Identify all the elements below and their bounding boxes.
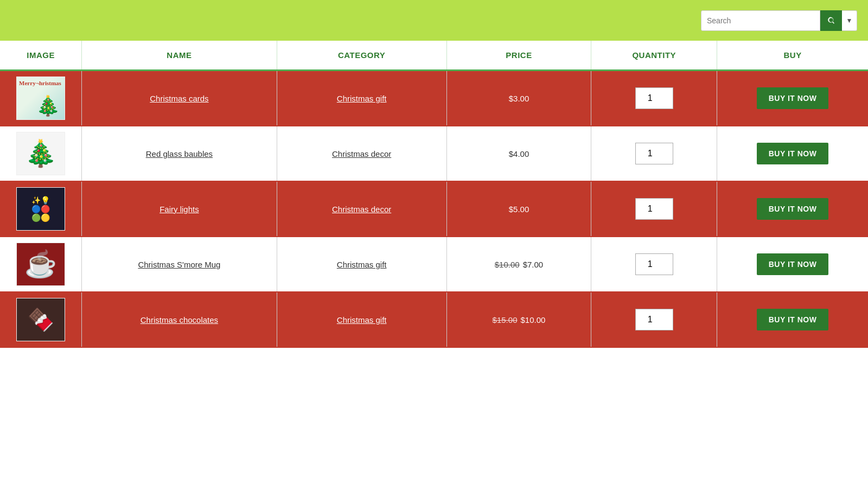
current-price: $7.00 <box>523 260 544 269</box>
current-price: $4.00 <box>509 149 529 158</box>
search-wrapper: ▼ <box>701 10 857 31</box>
search-button[interactable] <box>820 10 842 31</box>
search-dropdown[interactable]: ▼ <box>842 10 857 31</box>
product-name-link[interactable]: Fairy lights <box>159 205 199 214</box>
product-name-cell: Christmas cards <box>82 71 277 126</box>
product-category-cell: Christmas decor <box>277 181 446 237</box>
current-price: $3.00 <box>509 94 529 103</box>
product-price-cell: $5.00 <box>446 181 591 237</box>
current-price: $10.00 <box>520 315 545 324</box>
product-image-cell <box>0 181 82 237</box>
table-row: Christmas S'more MugChristmas gift$10.00… <box>0 237 868 292</box>
product-image-cell <box>0 292 82 347</box>
product-price-cell: $10.00$7.00 <box>446 237 591 292</box>
col-header-price: PRICE <box>446 41 591 71</box>
product-category-cell: Christmas gift <box>277 292 446 347</box>
original-price: $15.00 <box>493 315 518 324</box>
product-buy-cell: BUY IT NOW <box>717 292 868 347</box>
quantity-input[interactable] <box>635 143 673 164</box>
product-image <box>16 298 65 341</box>
product-name-link[interactable]: Christmas chocolates <box>141 315 218 324</box>
product-name-cell: Fairy lights <box>82 181 277 237</box>
quantity-input[interactable] <box>635 198 673 220</box>
product-price-cell: $15.00$10.00 <box>446 292 591 347</box>
product-image <box>16 187 65 231</box>
quantity-input[interactable] <box>635 87 673 109</box>
product-name-link[interactable]: Christmas S'more Mug <box>138 260 220 269</box>
buy-button[interactable]: BUY IT NOW <box>757 309 829 330</box>
product-quantity-cell <box>591 237 717 292</box>
product-category-cell: Christmas gift <box>277 71 446 126</box>
product-category-link[interactable]: Christmas decor <box>332 205 391 214</box>
original-price: $10.00 <box>495 260 520 269</box>
quantity-input[interactable] <box>635 309 673 330</box>
product-buy-cell: BUY IT NOW <box>717 71 868 126</box>
product-image <box>16 77 65 120</box>
product-name-cell: Christmas chocolates <box>82 292 277 347</box>
product-price-cell: $3.00 <box>446 71 591 126</box>
product-quantity-cell <box>591 126 717 181</box>
product-buy-cell: BUY IT NOW <box>717 181 868 237</box>
col-header-name: NAME <box>82 41 277 71</box>
buy-button[interactable]: BUY IT NOW <box>757 198 829 220</box>
product-name-cell: Red glass baubles <box>82 126 277 181</box>
table-row: Christmas cardsChristmas gift$3.00BUY IT… <box>0 71 868 126</box>
product-quantity-cell <box>591 292 717 347</box>
product-image <box>16 132 65 175</box>
col-header-category: CATEGORY <box>277 41 446 71</box>
col-header-buy: BUY <box>717 41 868 71</box>
buy-button[interactable]: BUY IT NOW <box>757 253 829 275</box>
product-buy-cell: BUY IT NOW <box>717 237 868 292</box>
search-icon <box>827 16 835 25</box>
buy-button[interactable]: BUY IT NOW <box>757 143 829 164</box>
table-row: Fairy lightsChristmas decor$5.00BUY IT N… <box>0 181 868 237</box>
table-row: Christmas chocolatesChristmas gift$15.00… <box>0 292 868 347</box>
quantity-input[interactable] <box>635 253 673 275</box>
search-input[interactable] <box>701 10 820 31</box>
buy-button[interactable]: BUY IT NOW <box>757 87 829 109</box>
product-category-cell: Christmas decor <box>277 126 446 181</box>
product-category-link[interactable]: Christmas gift <box>337 315 387 324</box>
product-name-cell: Christmas S'more Mug <box>82 237 277 292</box>
product-category-link[interactable]: Christmas gift <box>337 94 387 103</box>
product-quantity-cell <box>591 181 717 237</box>
current-price: $5.00 <box>509 205 529 214</box>
product-image-cell <box>0 71 82 126</box>
product-image-cell <box>0 237 82 292</box>
col-header-quantity: QUANTITY <box>591 41 717 71</box>
product-name-link[interactable]: Christmas cards <box>150 94 208 103</box>
product-quantity-cell <box>591 71 717 126</box>
product-category-cell: Christmas gift <box>277 237 446 292</box>
product-name-link[interactable]: Red glass baubles <box>146 149 213 158</box>
product-image-cell <box>0 126 82 181</box>
product-price-cell: $4.00 <box>446 126 591 181</box>
col-header-image: IMAGE <box>0 41 82 71</box>
product-image <box>16 243 65 286</box>
product-table: IMAGE NAME CATEGORY PRICE QUANTITY BUY C… <box>0 41 868 348</box>
table-header-row: IMAGE NAME CATEGORY PRICE QUANTITY BUY <box>0 41 868 71</box>
product-category-link[interactable]: Christmas decor <box>332 149 391 158</box>
product-category-link[interactable]: Christmas gift <box>337 260 387 269</box>
product-buy-cell: BUY IT NOW <box>717 126 868 181</box>
table-row: Red glass baublesChristmas decor$4.00BUY… <box>0 126 868 181</box>
header: ▼ <box>0 0 868 41</box>
